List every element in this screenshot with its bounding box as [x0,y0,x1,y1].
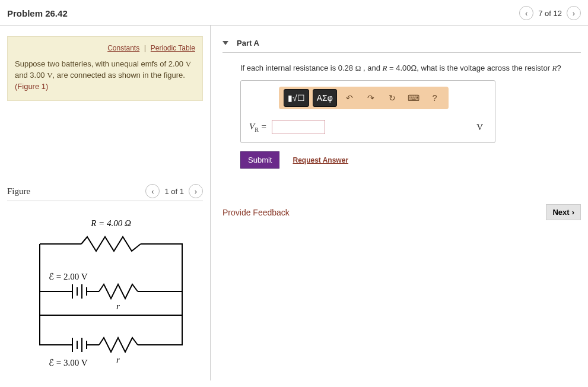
keyboard-button[interactable]: ⌨ [405,89,422,107]
answer-unit: V [476,122,483,132]
problem-info-box: Constants | Periodic Table Suppose two b… [7,36,203,101]
undo-button[interactable]: ↶ [341,89,358,107]
figure-counter: 1 of 1 [164,187,184,196]
answer-box: ▮√☐ ΑΣφ ↶ ↷ ↻ ⌨ ? VR = V [240,80,495,143]
figure-section-title: Figure [7,186,30,196]
part-title: Part A [237,39,259,47]
redo-button[interactable]: ↷ [362,89,380,107]
next-figure-button[interactable]: › [189,184,203,198]
part-header: Part A [223,36,581,53]
answer-input[interactable] [272,120,325,134]
template-button[interactable]: ▮√☐ [284,89,309,107]
next-button[interactable]: Next › [546,204,581,220]
label-r1: r [116,302,120,311]
link-separator: | [144,43,146,52]
collapse-icon[interactable] [223,41,228,45]
problem-nav: ‹ 7 of 12 › [519,6,581,20]
help-button[interactable]: ? [426,89,444,107]
request-answer-link[interactable]: Request Answer [293,156,348,164]
problem-title: Problem 26.42 [7,8,68,18]
chevron-right-icon: › [572,208,574,217]
question-text: If each internal resistance is 0.28 Ω , … [240,64,581,73]
label-r2: r [116,355,120,364]
equation-toolbar: ▮√☐ ΑΣφ ↶ ↷ ↻ ⌨ ? [279,87,449,109]
label-emf2: ℰ = 3.00 V [49,358,88,367]
prev-problem-button[interactable]: ‹ [519,6,533,20]
circuit-figure: R = 4.00 Ω ℰ = 2.00 V r ℰ = 3.00 V r [7,201,203,375]
prev-figure-button[interactable]: ‹ [145,184,160,198]
problem-counter: 7 of 12 [538,9,562,18]
provide-feedback-link[interactable]: Provide Feedback [223,208,290,217]
page-header: Problem 26.42 ‹ 7 of 12 › [0,0,588,26]
greek-button[interactable]: ΑΣφ [313,89,337,107]
reset-button[interactable]: ↻ [383,89,401,107]
problem-text: Suppose two batteries, with unequal emfs… [15,59,195,93]
periodic-table-link[interactable]: Periodic Table [151,44,195,52]
next-problem-button[interactable]: › [567,6,581,20]
label-emf1: ℰ = 2.00 V [49,272,88,281]
constants-link[interactable]: Constants [107,44,139,52]
submit-button[interactable]: Submit [240,151,279,169]
label-R: R = 4.00 Ω [90,218,131,228]
answer-variable: VR = [249,122,267,133]
figure-link[interactable]: (Figure 1) [15,82,48,91]
